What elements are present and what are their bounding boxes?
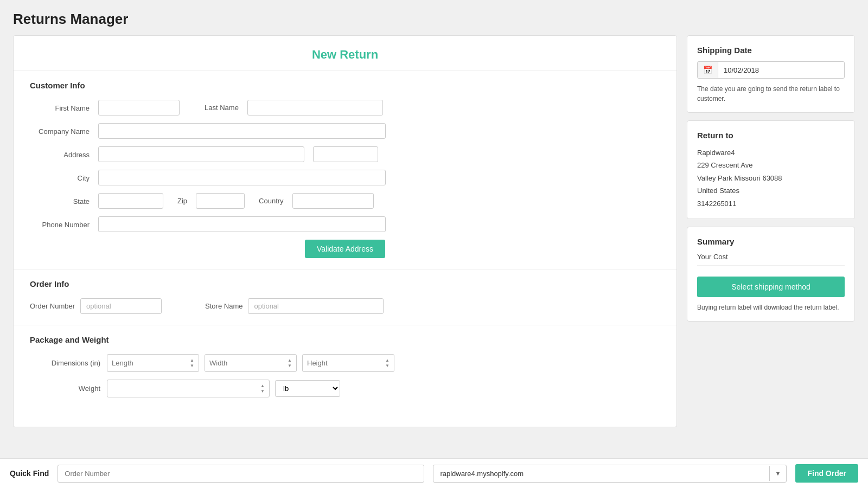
width-arrows[interactable]: ▲ ▼ (288, 358, 292, 368)
find-order-button[interactable]: Find Order (795, 464, 858, 471)
height-input[interactable] (307, 359, 383, 367)
customer-info-section: Customer Info First Name Last Name Compa… (14, 71, 676, 269)
return-address2: Valley Park Missouri 63088 (697, 172, 845, 184)
store-name-input[interactable] (248, 298, 384, 314)
return-company: Rapidware4 (697, 146, 845, 159)
date-input-row: 📅 10/02/2018 (697, 61, 845, 79)
validate-address-button[interactable]: Validate Address (305, 240, 385, 258)
sidebar: Shipping Date 📅 10/02/2018 The date you … (687, 35, 855, 322)
state-zip-country-row: State Zip Country (30, 193, 660, 209)
order-info-section: Order Info Order Number Store Name (14, 269, 676, 325)
address2-input[interactable] (313, 146, 378, 162)
first-name-label: First Name (55, 104, 90, 112)
dimensions-label: Dimensions (in) (30, 359, 100, 367)
address-input[interactable] (98, 146, 304, 162)
order-number-input[interactable] (80, 298, 162, 314)
weight-spinner: ▲ ▼ (107, 380, 270, 397)
city-input[interactable] (98, 170, 386, 185)
height-arrows[interactable]: ▲ ▼ (385, 358, 390, 368)
name-row: First Name Last Name (30, 100, 660, 115)
shipping-date-card: Shipping Date 📅 10/02/2018 The date you … (687, 35, 855, 113)
length-spinner: ▲ ▼ (107, 354, 199, 372)
return-phone: 3142265011 (697, 197, 845, 210)
last-name-input[interactable] (247, 100, 383, 115)
state-input[interactable] (98, 193, 163, 209)
first-name-input[interactable] (98, 100, 180, 115)
length-input[interactable] (112, 359, 188, 367)
city-row: City (30, 170, 660, 185)
last-name-label: Last Name (205, 104, 239, 112)
country-label: Country (259, 197, 284, 205)
page-title: Returns Manager (0, 0, 868, 35)
form-title: New Return (14, 36, 676, 71)
weight-label: Weight (30, 384, 100, 393)
summary-card: Summary Your Cost Select shipping method… (687, 227, 855, 322)
summary-divider (697, 265, 845, 266)
return-country: United States (697, 184, 845, 197)
main-form-card: New Return Customer Info First Name Last… (13, 35, 677, 427)
weight-unit-select[interactable]: lb oz kg g (275, 380, 340, 397)
company-name-label: Company Name (39, 127, 90, 136)
height-spinner: ▲ ▼ (302, 354, 394, 372)
calendar-icon: 📅 (698, 62, 718, 78)
summary-title: Summary (697, 237, 845, 246)
company-row: Company Name (30, 123, 660, 139)
bottom-bar: Quick Find rapidware4.myshopify.com ▼ Fi… (0, 458, 868, 471)
shipping-date-title: Shipping Date (697, 46, 845, 55)
order-number-label: Order Number (30, 302, 75, 310)
buying-hint: Buying return label will download the re… (697, 303, 845, 312)
return-to-card: Return to Rapidware4 229 Crescent Ave Va… (687, 120, 855, 219)
country-input[interactable] (292, 193, 374, 209)
package-weight-section: Package and Weight Dimensions (in) ▲ ▼ (14, 325, 676, 416)
store-name-label: Store Name (205, 302, 242, 310)
store-select-arrow[interactable]: ▼ (769, 466, 787, 471)
phone-row: Phone Number (30, 216, 660, 232)
address-row: Address (30, 146, 660, 162)
dimension-inputs: ▲ ▼ ▲ ▼ ▲ (107, 354, 394, 372)
order-info-title: Order Info (30, 279, 660, 288)
select-shipping-button[interactable]: Select shipping method (697, 277, 845, 297)
phone-input[interactable] (98, 216, 386, 232)
phone-label: Phone Number (42, 221, 90, 229)
return-address1: 229 Crescent Ave (697, 159, 845, 171)
order-info-row: Order Number Store Name (30, 298, 660, 314)
return-to-address: Rapidware4 229 Crescent Ave Valley Park … (697, 146, 845, 210)
store-select-wrap: rapidware4.myshopify.com ▼ (433, 465, 787, 471)
address-label: Address (63, 151, 90, 159)
order-number-field: Order Number (30, 298, 162, 314)
your-cost-label: Your Cost (697, 253, 845, 261)
dimensions-row: Dimensions (in) ▲ ▼ ▲ ▼ (30, 354, 660, 372)
weight-arrows[interactable]: ▲ ▼ (260, 383, 265, 394)
city-label: City (78, 174, 90, 182)
state-label: State (73, 197, 90, 206)
weight-inputs: ▲ ▼ lb oz kg g (107, 380, 340, 397)
zip-input[interactable] (196, 193, 245, 209)
shipping-date-hint: The date you are going to send the retur… (697, 84, 845, 104)
shipping-date-value[interactable]: 10/02/2018 (718, 62, 764, 78)
quick-find-label: Quick Find (10, 469, 49, 471)
weight-input[interactable] (112, 384, 258, 393)
width-input[interactable] (209, 359, 285, 367)
length-arrows[interactable]: ▲ ▼ (190, 358, 194, 368)
store-name-field: Store Name (205, 298, 384, 314)
quick-find-order-input[interactable] (58, 465, 424, 471)
company-name-input[interactable] (98, 123, 386, 139)
width-spinner: ▲ ▼ (205, 354, 297, 372)
package-weight-title: Package and Weight (30, 335, 660, 344)
return-to-title: Return to (697, 131, 845, 140)
store-select-value: rapidware4.myshopify.com (433, 465, 769, 471)
zip-label: Zip (177, 197, 187, 205)
weight-row: Weight ▲ ▼ lb oz kg g (30, 380, 660, 397)
customer-info-title: Customer Info (30, 81, 660, 90)
